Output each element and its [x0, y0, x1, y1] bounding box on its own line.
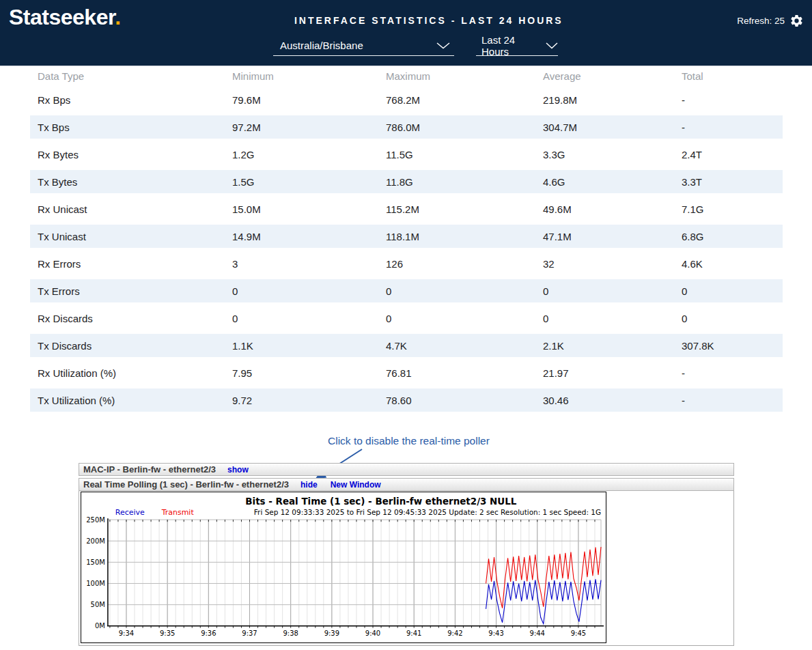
column-header: Average [543, 70, 682, 82]
hide-link[interactable]: hide [300, 480, 318, 490]
row-value: 0 [232, 313, 386, 324]
row-value: 786.0M [386, 122, 543, 133]
row-value: 11.8G [386, 176, 543, 188]
graph-subtitle: Fri Sep 12 09:33:33 2025 to Fri Sep 12 0… [254, 508, 601, 516]
table-row: Rx Bps79.6M768.2M219.8M- [30, 86, 783, 113]
row-value: 49.6M [543, 203, 682, 215]
row-value: 7.1G [682, 203, 783, 215]
x-tick-label: 9:38 [283, 630, 298, 637]
row-label: Rx Errors [30, 258, 232, 270]
column-header: Total [682, 70, 783, 82]
x-tick-label: 9:45 [571, 630, 586, 637]
column-header: Minimum [232, 70, 386, 82]
row-label: Rx Bps [30, 94, 232, 106]
table-row: Rx Unicast15.0M115.2M49.6M7.1G [30, 195, 783, 223]
row-value: - [682, 395, 783, 406]
statseeker-app: Statseeker. INTERFACE STATISTICS - LAST … [0, 0, 812, 650]
row-value: 3 [232, 258, 386, 270]
chevron-down-icon [436, 40, 450, 51]
row-label: Rx Discards [30, 313, 232, 324]
row-value: 0 [543, 313, 682, 324]
row-value: 32 [543, 258, 682, 270]
realtime-polling-section-title: Real Time Polling (1 sec) - Berlin-fw - … [83, 479, 289, 490]
row-value: 0 [543, 285, 682, 297]
show-link[interactable]: show [227, 465, 249, 475]
row-value: 2.4T [682, 149, 783, 160]
logo-text: Statseeker [9, 5, 115, 29]
row-label: Rx Bytes [30, 149, 232, 160]
column-header: Maximum [386, 70, 543, 82]
row-value: 4.6K [682, 258, 783, 270]
row-label: Rx Unicast [30, 203, 232, 215]
mac-ip-section-title: MAC-IP - Berlin-fw - ethernet2/3 [83, 464, 216, 475]
timezone-select-value: Australia/Brisbane [280, 40, 363, 51]
row-value: 1.2G [232, 149, 386, 160]
row-value: 47.1M [543, 231, 682, 242]
realtime-widget: MAC-IP - Berlin-fw - ethernet2/3 show Re… [79, 463, 734, 646]
stats-table-body: Rx Bps79.6M768.2M219.8M-Tx Bps97.2M786.0… [30, 86, 783, 414]
row-value: 21.97 [543, 367, 682, 379]
x-tick-label: 9:43 [488, 630, 503, 637]
table-row: Rx Errors3126324.6K [30, 250, 783, 277]
row-value: 3.3T [682, 176, 783, 188]
mac-ip-section-bar: MAC-IP - Berlin-fw - ethernet2/3 show [79, 463, 734, 476]
y-tick-label: 150M [86, 559, 105, 566]
row-value: 219.8M [543, 94, 682, 106]
row-value: 76.81 [386, 367, 543, 379]
graph-title: Bits - Real Time (1 sec) - Berlin-fw eth… [245, 496, 517, 507]
gear-icon[interactable] [789, 14, 804, 28]
y-tick-label: 0M [95, 622, 105, 630]
row-value: 7.95 [232, 367, 386, 379]
row-value: 1.5G [232, 176, 386, 188]
interface-stats-table: Data Type Minimum Maximum Average Total … [30, 66, 783, 414]
statseeker-logo: Statseeker. [9, 5, 121, 30]
x-tick-label: 9:39 [324, 630, 339, 637]
refresh-countdown: Refresh: 25 [737, 16, 785, 26]
table-header-row: Data Type Minimum Maximum Average Total [30, 66, 783, 86]
realtime-graph: 9:349:359:369:379:389:399:409:419:429:43… [81, 492, 606, 643]
row-value: - [682, 94, 783, 106]
legend-receive: Receive [115, 508, 145, 517]
time-range-select-value: Last 24 Hours [481, 34, 539, 57]
row-value: 11.5G [386, 149, 543, 160]
timezone-select[interactable]: Australia/Brisbane [273, 36, 454, 56]
row-value: 97.2M [232, 122, 386, 133]
row-value: 0 [386, 285, 543, 297]
row-value: 14.9M [232, 231, 386, 242]
table-row: Tx Bytes1.5G11.8G4.6G3.3T [30, 168, 783, 195]
row-value: 768.2M [386, 94, 543, 106]
x-tick-label: 9:37 [242, 630, 257, 637]
row-value: 4.7K [386, 340, 543, 352]
row-value: 126 [386, 258, 543, 270]
row-value: 3.3G [543, 149, 682, 160]
row-label: Rx Utilization (%) [30, 367, 232, 379]
x-tick-label: 9:34 [119, 630, 134, 637]
row-value: 118.1M [386, 231, 543, 242]
row-value: 15.0M [232, 203, 386, 215]
row-label: Tx Bps [30, 122, 232, 133]
y-tick-label: 100M [86, 580, 105, 587]
page-title: INTERFACE STATISTICS - LAST 24 HOURS [121, 8, 738, 26]
row-value: - [682, 122, 783, 133]
table-row: Tx Bps97.2M786.0M304.7M- [30, 113, 783, 141]
row-value: 79.6M [232, 94, 386, 106]
table-row: Rx Discards0000 [30, 305, 783, 332]
x-tick-label: 9:41 [406, 630, 421, 637]
row-value: 30.46 [543, 395, 682, 406]
x-tick-label: 9:36 [201, 630, 216, 637]
x-tick-label: 9:35 [160, 630, 175, 637]
row-value: 0 [682, 313, 783, 324]
x-tick-label: 9:40 [365, 630, 380, 637]
annotation-text: Click to disable the real-time poller [328, 435, 490, 447]
new-window-link[interactable]: New Window [331, 480, 381, 490]
row-label: Tx Bytes [30, 176, 232, 188]
table-row: Tx Utilization (%)9.7278.6030.46- [30, 386, 783, 414]
y-tick-label: 250M [86, 516, 105, 524]
y-tick-label: 50M [91, 601, 105, 608]
x-tick-label: 9:42 [447, 630, 462, 637]
row-value: 6.8G [682, 231, 783, 242]
time-range-select[interactable]: Last 24 Hours [476, 36, 558, 56]
realtime-polling-section-bar: Real Time Polling (1 sec) - Berlin-fw - … [79, 478, 734, 491]
row-value: 0 [682, 285, 783, 297]
column-header: Data Type [30, 70, 232, 82]
